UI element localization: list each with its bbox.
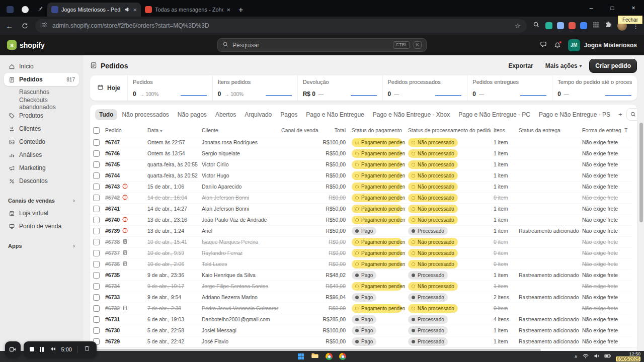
column-header-status-do-pagamento[interactable]: Status do pagamento: [349, 124, 405, 137]
date-range-button[interactable]: Hoje: [90, 75, 127, 101]
order-id-cell[interactable]: #6739: [102, 225, 144, 236]
row-checkbox[interactable]: [93, 294, 100, 301]
export-button[interactable]: Exportar: [504, 60, 537, 72]
order-row[interactable]: #673710 de abr., 9:59Raylandro FerrazR$0…: [90, 247, 631, 258]
account-menu[interactable]: JM Jogos Misteriosos: [568, 39, 637, 51]
order-id-cell[interactable]: #6746: [102, 148, 144, 159]
filter-tab-abertos[interactable]: Abertos: [211, 109, 240, 120]
filter-tab-pago-e-nao-entregue-ps[interactable]: Pago e Não Entregue - PS: [535, 109, 614, 120]
order-id-cell[interactable]: #6742: [102, 192, 144, 203]
row-checkbox[interactable]: [93, 327, 100, 334]
filter-tab-arquivado[interactable]: Arquivado: [240, 109, 276, 120]
browser-tab-1[interactable]: Jogos Misteriosos - Pedido×: [47, 3, 141, 17]
search-filter-button[interactable]: [626, 108, 637, 121]
filter-tab-nao-pagos[interactable]: Não pagos: [174, 109, 211, 120]
wifi-icon[interactable]: [582, 352, 589, 361]
order-id-cell[interactable]: #6733: [102, 292, 144, 303]
sidebar-item-inicio[interactable]: Início: [4, 60, 79, 73]
column-header-status-de-processamento-do-pedido[interactable]: Status de processamento do pedido: [405, 124, 491, 137]
order-id-cell[interactable]: #6744: [102, 170, 144, 181]
order-id-cell[interactable]: #6743: [102, 181, 144, 192]
row-checkbox[interactable]: [93, 305, 100, 312]
more-actions-button[interactable]: Mais ações▾: [541, 60, 587, 72]
order-row[interactable]: #674214 de abr., 16:04Alan Jeferson Bonn…: [90, 192, 631, 203]
filter-tab-tudo[interactable]: Tudo: [95, 109, 117, 120]
row-checkbox[interactable]: [93, 150, 100, 157]
create-order-button[interactable]: Criar pedido: [589, 59, 637, 73]
filter-tab-pago-e-nao-entregue-pc[interactable]: Pago e Não Entregue - PC: [454, 109, 534, 120]
order-row[interactable]: #6746Ontem às 13:54Sergio niquelateR$50,…: [90, 148, 631, 159]
chat-icon[interactable]: [540, 41, 547, 50]
order-row[interactable]: #67339 de abr., 9:54Adriano Bezerra Mari…: [90, 292, 631, 303]
apps-grid-icon[interactable]: [593, 21, 599, 30]
order-row[interactable]: #6744quarta-feira, às 20:52Victor HugoR$…: [90, 170, 631, 181]
chrome-icon-2[interactable]: [339, 353, 346, 360]
order-row[interactable]: #67295 de abr., 22:42José FlavioR$50,00P…: [90, 336, 631, 347]
order-id-cell[interactable]: #6745: [102, 159, 144, 170]
volume-icon[interactable]: [594, 352, 600, 361]
extension-blue-icon[interactable]: [557, 22, 564, 29]
order-id-cell[interactable]: #6740: [102, 214, 144, 225]
search-icon[interactable]: [533, 21, 540, 30]
delete-recording-button[interactable]: [84, 345, 91, 354]
column-header-total[interactable]: Total: [318, 124, 349, 137]
sidebar-item-clientes[interactable]: Clientes: [4, 122, 79, 135]
extension-indigo-icon[interactable]: [580, 22, 587, 29]
taskbar-clock[interactable]: 12:50 03/05/2025: [616, 351, 640, 361]
column-header-canal-de-vendas[interactable]: Canal de vendas: [278, 124, 318, 137]
row-checkbox[interactable]: [93, 206, 100, 212]
extension-teal-icon[interactable]: [545, 22, 552, 29]
notifications-bell-icon[interactable]: [554, 42, 561, 49]
battery-icon[interactable]: [604, 352, 611, 361]
rewind-button[interactable]: [49, 345, 56, 354]
select-all-checkbox[interactable]: [93, 127, 100, 134]
filter-tab-pago-e-nao-entregue-xbox[interactable]: Pago e Não Entregue - Xbox: [369, 109, 454, 120]
column-header-pedido[interactable]: Pedido: [102, 124, 144, 137]
tab-close-icon[interactable]: ×: [226, 6, 230, 14]
column-header-data[interactable]: Data▾: [144, 124, 199, 137]
order-row[interactable]: #67349 de abr., 10:17Jorge Filipe Sentan…: [90, 281, 631, 292]
row-checkbox[interactable]: [93, 228, 100, 234]
order-row[interactable]: #67359 de abr., 23:36Kaio Henrique da Si…: [90, 269, 631, 281]
back-icon[interactable]: ←: [5, 22, 14, 30]
filter-tab-pago-e-nao-entregue[interactable]: Pago e Não Entregue: [302, 109, 368, 120]
order-row[interactable]: #674315 de abr., 1:06Danilo AparecidoR$5…: [90, 181, 631, 192]
row-checkbox[interactable]: [93, 316, 100, 323]
order-id-cell[interactable]: #6735: [102, 269, 144, 281]
order-id-cell[interactable]: #6741: [102, 203, 144, 214]
row-checkbox[interactable]: [93, 272, 100, 279]
sidebar-item-conteudo[interactable]: Conteúdo: [4, 135, 79, 148]
sidebar-section-canais-de-vendas[interactable]: Canais de vendas›: [4, 196, 79, 206]
sidebar-item-marketing[interactable]: Marketing: [4, 161, 79, 174]
pinned-tab-1[interactable]: [3, 3, 17, 17]
vertical-scrollbar[interactable]: [639, 123, 643, 344]
row-checkbox[interactable]: [93, 217, 100, 223]
order-id-cell[interactable]: #6734: [102, 281, 144, 292]
sidebar-section-apps[interactable]: Apps›: [4, 241, 79, 251]
sidebar-item-checkouts-abandonados[interactable]: Checkouts abandonados: [4, 98, 79, 109]
sidebar-item-descontos[interactable]: Descontos: [4, 174, 79, 188]
pinned-tab-2[interactable]: [18, 3, 32, 17]
order-id-cell[interactable]: #6729: [102, 336, 144, 347]
order-row[interactable]: #6747Ontem às 22:57Jonatas rosa Rodrigue…: [90, 137, 631, 148]
column-header-cliente[interactable]: Cliente: [199, 124, 278, 137]
column-header-t[interactable]: T: [621, 124, 631, 137]
chrome-icon[interactable]: [326, 353, 333, 360]
vertical-scrollbar-thumb[interactable]: [639, 123, 643, 222]
row-checkbox[interactable]: [93, 139, 100, 146]
tab-close-icon[interactable]: ×: [133, 6, 137, 14]
order-row[interactable]: #6745quarta-feira, às 20:55Victor Cirilo…: [90, 159, 631, 170]
row-checkbox[interactable]: [93, 195, 100, 201]
sidebar-item-ponto-de-venda[interactable]: Ponto de venda: [4, 220, 79, 233]
row-checkbox[interactable]: [93, 161, 100, 168]
sidebar-item-produtos[interactable]: Produtos: [4, 109, 79, 122]
url-bar[interactable]: admin.shopify.com/store/f2fbe6/orders?st…: [35, 19, 527, 33]
maximize-button[interactable]: □: [602, 0, 623, 16]
stop-recording-button[interactable]: [30, 347, 34, 351]
filter-tab-pagos[interactable]: Pagos: [276, 109, 301, 120]
order-id-cell[interactable]: #6747: [102, 137, 144, 148]
sidebar-item-loja-virtual[interactable]: Loja virtual: [4, 207, 79, 220]
minimize-button[interactable]: –: [581, 0, 602, 16]
browser-tab-2[interactable]: Todas as mensagens - Zoho M×: [141, 3, 234, 17]
row-checkbox[interactable]: [93, 250, 100, 256]
